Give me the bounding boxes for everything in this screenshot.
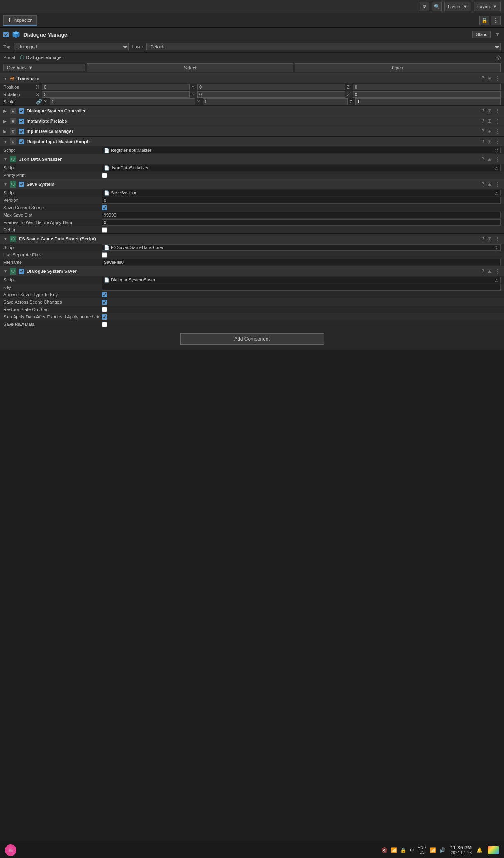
scale-z-input[interactable] (355, 98, 501, 105)
jds-help-btn[interactable]: ? (481, 156, 485, 162)
rim-more-btn[interactable]: ⋮ (494, 139, 501, 144)
rim-script-target-btn[interactable]: ◎ (495, 148, 499, 153)
jds-pretty-print-checkbox[interactable] (102, 173, 107, 178)
dss-skip-apply-checkbox[interactable] (102, 314, 107, 320)
transform-settings-btn[interactable]: ⊞ (487, 76, 493, 81)
layout-btn[interactable]: Layout ▼ (474, 2, 501, 11)
scale-x-input[interactable] (50, 98, 195, 105)
history-btn[interactable]: ↺ (420, 2, 429, 11)
transform-header[interactable]: ▼ ⊕ Transform ? ⊞ ⋮ (0, 73, 504, 83)
jds-script-target-btn[interactable]: ◎ (495, 165, 499, 171)
save-system-header[interactable]: ▼ ⬡ Save System ? ⊞ ⋮ (0, 179, 504, 189)
transform-help-btn[interactable]: ? (481, 76, 485, 81)
esg-settings-btn[interactable]: ⊞ (487, 236, 493, 242)
ss-debug-checkbox[interactable] (102, 227, 107, 233)
dss-help-btn[interactable]: ? (481, 268, 485, 274)
ip-help-btn[interactable]: ? (481, 118, 485, 124)
dss-save-across-checkbox[interactable] (102, 300, 107, 305)
open-btn[interactable]: Open (295, 63, 501, 72)
rotation-y-input[interactable] (197, 91, 345, 98)
gameobject-name: Dialogue Manager (23, 32, 469, 38)
idm-checkbox[interactable] (19, 129, 24, 134)
json-data-serializer-header[interactable]: ▼ ⬡ Json Data Serializer ? ⊞ ⋮ (0, 154, 504, 164)
gameobject-header: Dialogue Manager Static ▼ (0, 28, 504, 41)
notification-bell-icon[interactable]: 🔔 (477, 847, 483, 853)
start-btn[interactable]: ☠ (5, 844, 16, 856)
ss-settings-btn[interactable]: ⊞ (487, 181, 493, 187)
dsc-help-btn[interactable]: ? (481, 108, 485, 114)
rotation-x-item: X (36, 91, 190, 98)
position-x-input[interactable] (42, 84, 190, 90)
prefab-target-btn[interactable]: ◎ (496, 54, 501, 60)
static-btn[interactable]: Static (472, 31, 491, 38)
ss-debug-label: Debug (3, 227, 102, 232)
idm-more-btn[interactable]: ⋮ (494, 128, 501, 134)
dsc-more-btn[interactable]: ⋮ (494, 108, 501, 114)
dss-restore-state-checkbox[interactable] (102, 307, 107, 312)
dss-more-btn[interactable]: ⋮ (494, 268, 501, 274)
scale-y-input[interactable] (203, 98, 348, 105)
ss-frames-to-wait-input[interactable] (102, 219, 501, 226)
dss-save-raw-checkbox[interactable] (102, 322, 107, 327)
overrides-btn[interactable]: Overrides ▼ (3, 64, 85, 71)
dss-settings-btn[interactable]: ⊞ (487, 268, 493, 274)
dialogue-system-controller-header[interactable]: ▶ # Dialogue System Controller ? ⊞ ⋮ (0, 106, 504, 116)
rim-help-btn[interactable]: ? (481, 139, 485, 144)
ip-checkbox[interactable] (19, 119, 24, 124)
language-badge: ENG US (417, 845, 426, 855)
rotation-z-input[interactable] (353, 91, 501, 98)
ss-save-current-scene-checkbox[interactable] (102, 205, 107, 210)
ip-settings-btn[interactable]: ⊞ (487, 118, 493, 124)
jds-settings-btn[interactable]: ⊞ (487, 156, 493, 162)
register-input-master-header[interactable]: ▼ # Register Input Master (Script) ? ⊞ ⋮ (0, 137, 504, 146)
ss-more-btn[interactable]: ⋮ (494, 181, 501, 187)
position-z-input[interactable] (353, 84, 501, 90)
ss-checkbox[interactable] (19, 182, 24, 187)
ss-max-save-slot-input[interactable] (102, 212, 501, 218)
esg-more-btn[interactable]: ⋮ (494, 236, 501, 242)
dss-key-input[interactable] (102, 284, 501, 291)
dss-append-saver-checkbox[interactable] (102, 292, 107, 297)
ss-version-label: Version (3, 198, 102, 203)
go-more-btn[interactable]: ▼ (494, 32, 501, 37)
esg-use-separate-files-checkbox[interactable] (102, 252, 107, 258)
dss-checkbox[interactable] (19, 269, 24, 274)
esg-script-target-btn[interactable]: ◎ (495, 245, 499, 250)
select-btn[interactable]: Select (87, 63, 293, 72)
idm-settings-btn[interactable]: ⊞ (487, 128, 493, 134)
input-device-manager-header[interactable]: ▶ # Input Device Manager ? ⊞ ⋮ (0, 126, 504, 136)
tab-inspector[interactable]: ℹ Inspector (3, 15, 37, 26)
rotation-row: Rotation X Y Z (0, 91, 504, 98)
rotation-x-input[interactable] (42, 91, 190, 98)
dsc-checkbox[interactable] (19, 108, 24, 114)
transform-more-btn[interactable]: ⋮ (494, 76, 501, 81)
dss-collapse-arrow: ▼ (3, 269, 7, 274)
layers-btn[interactable]: Layers ▼ (444, 2, 471, 11)
tag-select[interactable]: Untagged (14, 43, 129, 50)
dsc-settings-btn[interactable]: ⊞ (487, 108, 493, 114)
ip-more-btn[interactable]: ⋮ (494, 118, 501, 124)
es-saved-game-header[interactable]: ▼ ⬡ ES Saved Game Data Storer (Script) ?… (0, 234, 504, 244)
rim-checkbox[interactable] (19, 139, 24, 144)
lock-btn[interactable]: 🔒 (479, 16, 489, 25)
add-component-button[interactable]: Add Component (180, 333, 324, 345)
scale-x-item: X (44, 98, 195, 105)
esg-help-btn[interactable]: ? (481, 236, 485, 242)
ss-script-target-btn[interactable]: ◎ (495, 190, 499, 196)
instantiate-prefabs-header[interactable]: ▶ # Instantiate Prefabs ? ⊞ ⋮ (0, 116, 504, 126)
more-btn[interactable]: ⋮ (491, 16, 501, 25)
jds-more-btn[interactable]: ⋮ (494, 156, 501, 162)
rim-settings-btn[interactable]: ⊞ (487, 139, 493, 144)
jds-collapse-arrow: ▼ (3, 157, 7, 162)
inspector-tab-bar: ℹ Inspector 🔒 ⋮ (0, 13, 504, 28)
gameobject-active-checkbox[interactable] (3, 32, 9, 37)
position-y-input[interactable] (197, 84, 345, 90)
idm-help-btn[interactable]: ? (481, 128, 485, 134)
esg-filename-input[interactable] (102, 259, 501, 265)
search-btn[interactable]: 🔍 (432, 2, 442, 11)
dss-script-target-btn[interactable]: ◎ (495, 277, 499, 283)
ss-version-input[interactable] (102, 197, 501, 204)
ss-help-btn[interactable]: ? (481, 181, 485, 187)
dialogue-system-saver-header[interactable]: ▼ ⬡ Dialogue System Saver ? ⊞ ⋮ (0, 266, 504, 276)
layer-select[interactable]: Default (146, 43, 501, 50)
